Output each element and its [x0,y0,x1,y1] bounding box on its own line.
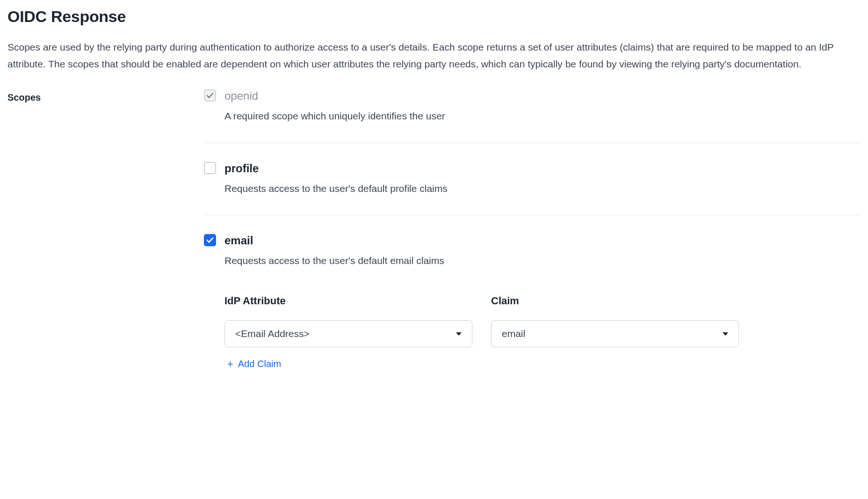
scope-checkbox-email[interactable] [204,234,216,246]
mapping-header-attribute: IdP Attribute [224,295,472,307]
dropdown-value: <Email Address> [235,328,310,339]
scopes-section: Scopes openid A required scope which uni… [7,89,861,388]
scope-item-openid: openid A required scope which uniquely i… [204,89,861,143]
add-claim-label: Add Claim [238,359,281,369]
scope-checkbox-openid [204,89,216,102]
claim-mapping: IdP Attribute Claim <Email Address> emai… [204,295,861,369]
mapping-header-claim: Claim [491,295,739,307]
scope-item-email: email Requests access to the user's defa… [204,234,861,388]
idp-attribute-dropdown[interactable]: <Email Address> [224,320,472,347]
chevron-down-icon [723,332,728,336]
scope-name: profile [224,162,861,175]
chevron-down-icon [456,332,462,336]
scope-name: email [224,234,861,247]
checkmark-icon [206,236,214,244]
scopes-list: openid A required scope which uniquely i… [204,89,861,388]
scope-item-profile: profile Requests access to the user's de… [204,162,861,216]
scope-checkbox-profile[interactable] [204,162,216,174]
add-claim-button[interactable]: + Add Claim [224,359,281,369]
dropdown-value: email [502,328,525,339]
checkmark-icon [206,91,214,100]
mapping-row: <Email Address> email [224,320,861,347]
scopes-label: Scopes [7,89,204,103]
page-title: OIDC Response [7,7,861,26]
scope-description: A required scope which uniquely identifi… [224,108,861,124]
plus-icon: + [227,359,233,369]
page-description: Scopes are used by the relying party dur… [7,39,861,73]
scope-description: Requests access to the user's default em… [224,253,861,269]
scope-description: Requests access to the user's default pr… [224,181,861,197]
scope-name: openid [224,89,861,103]
claim-dropdown[interactable]: email [491,320,739,347]
